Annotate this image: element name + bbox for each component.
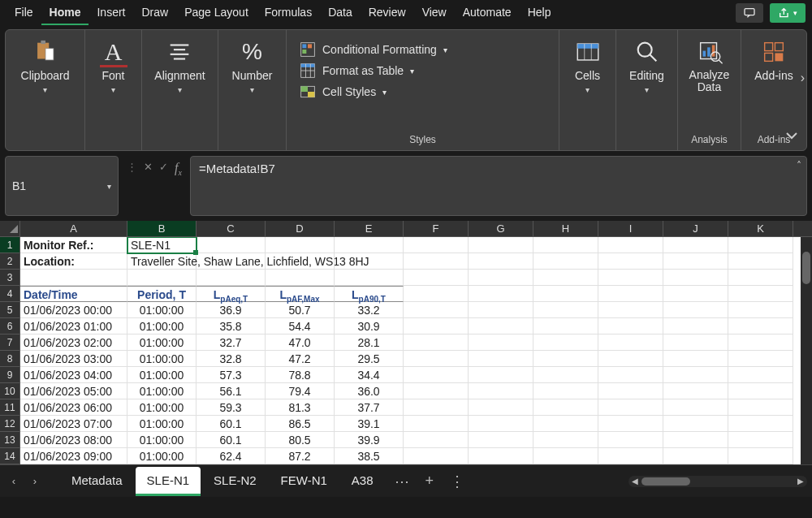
cell[interactable]	[533, 416, 598, 432]
column-header-G[interactable]: G	[469, 221, 533, 236]
cell[interactable]	[728, 432, 793, 448]
cell[interactable]	[728, 383, 793, 399]
cell[interactable]	[598, 448, 663, 464]
row-header[interactable]: 10	[0, 383, 20, 399]
cell-styles-button[interactable]: Cell Styles ▾	[300, 84, 387, 100]
column-header-I[interactable]: I	[598, 221, 663, 236]
cell[interactable]: 01:00:00	[127, 448, 197, 464]
column-header-H[interactable]: H	[533, 221, 598, 236]
cell[interactable]	[533, 383, 598, 399]
cell[interactable]: 80.5	[266, 432, 335, 448]
cell[interactable]: 30.9	[335, 318, 404, 335]
formula-input[interactable]: =Metadata!B7 ˄	[190, 156, 807, 216]
column-header-cell[interactable]: Period, T	[127, 286, 197, 302]
cell[interactable]: 28.1	[335, 335, 404, 351]
cell[interactable]	[598, 253, 663, 270]
cell[interactable]: 78.8	[266, 367, 335, 383]
editing-button[interactable]: Editing ▾	[623, 35, 671, 97]
cancel-formula-button[interactable]: ✕	[144, 161, 153, 173]
cell[interactable]: 01/06/2023 09:00	[20, 448, 127, 464]
font-button[interactable]: A Font ▾	[93, 35, 134, 97]
sheet-more-button[interactable]: ⋯	[388, 473, 416, 490]
cell[interactable]	[404, 335, 469, 351]
ribbon-tab-view[interactable]: View	[414, 1, 455, 25]
cell[interactable]	[728, 302, 793, 318]
cell[interactable]	[728, 270, 793, 286]
cell[interactable]: 34.4	[335, 367, 404, 383]
sheet-nav-prev[interactable]: ‹	[5, 473, 23, 490]
cell[interactable]: 01:00:00	[127, 432, 197, 448]
cell[interactable]	[335, 253, 404, 270]
scrollbar-thumb[interactable]	[802, 252, 810, 284]
cell[interactable]: 01/06/2023 02:00	[20, 335, 127, 351]
cell[interactable]	[663, 270, 728, 286]
cell[interactable]	[728, 335, 793, 351]
cell[interactable]	[469, 383, 533, 399]
cell[interactable]	[197, 237, 266, 253]
row-header[interactable]: 14	[0, 448, 20, 464]
cell[interactable]: 01/06/2023 00:00	[20, 302, 127, 318]
cell[interactable]	[469, 302, 533, 318]
cell[interactable]: 01/06/2023 04:00	[20, 367, 127, 383]
cell[interactable]: 86.5	[266, 416, 335, 432]
horizontal-scrollbar[interactable]: ◀ ▶	[628, 476, 807, 487]
cell[interactable]: Location:	[20, 253, 127, 270]
accept-formula-button[interactable]: ✓	[159, 161, 168, 173]
row-header[interactable]: 2	[0, 253, 20, 270]
cell[interactable]	[404, 237, 469, 253]
cell[interactable]	[728, 351, 793, 367]
comments-button[interactable]	[736, 3, 763, 23]
cell[interactable]: 57.3	[197, 367, 266, 383]
clipboard-button[interactable]: Clipboard ▾	[15, 35, 76, 97]
row-header[interactable]: 1	[0, 237, 20, 253]
cell[interactable]	[404, 367, 469, 383]
ribbon-tab-automate[interactable]: Automate	[455, 1, 520, 25]
column-header-D[interactable]: D	[266, 221, 335, 236]
column-header-cell[interactable]: LpAeq,T	[197, 286, 266, 302]
ribbon-overflow-icon[interactable]: ›	[801, 71, 805, 85]
conditional-formatting-button[interactable]: Conditional Formatting ▾	[300, 41, 447, 58]
cell[interactable]	[598, 335, 663, 351]
cell[interactable]	[663, 383, 728, 399]
cell[interactable]: 32.7	[197, 335, 266, 351]
cell[interactable]	[533, 286, 598, 302]
cell[interactable]	[404, 448, 469, 464]
cell[interactable]: 33.2	[335, 302, 404, 318]
cell[interactable]	[335, 237, 404, 253]
cell[interactable]: 01:00:00	[127, 416, 197, 432]
cell[interactable]: 01/06/2023 06:00	[20, 399, 127, 416]
cell[interactable]	[598, 286, 663, 302]
cell[interactable]: 01/06/2023 05:00	[20, 383, 127, 399]
cell[interactable]: 50.7	[266, 302, 335, 318]
cell[interactable]	[728, 253, 793, 270]
grid-body[interactable]: 1 Monitor Ref.: SLE-N1 2 Location: Trave…	[0, 237, 812, 464]
cell[interactable]	[197, 253, 266, 270]
cell[interactable]: 01/06/2023 07:00	[20, 416, 127, 432]
column-header-C[interactable]: C	[197, 221, 266, 236]
cell[interactable]	[598, 237, 663, 253]
cell[interactable]	[533, 335, 598, 351]
cell[interactable]: 01:00:00	[127, 399, 197, 416]
cell[interactable]: 47.0	[266, 335, 335, 351]
ribbon-tab-home[interactable]: Home	[41, 1, 89, 25]
cell[interactable]: 56.1	[197, 383, 266, 399]
cell[interactable]	[663, 351, 728, 367]
share-button[interactable]: ▾	[770, 3, 806, 23]
name-box[interactable]: B1 ▾	[5, 156, 119, 216]
cell[interactable]	[533, 237, 598, 253]
cell[interactable]	[598, 302, 663, 318]
cell[interactable]	[533, 270, 598, 286]
cell[interactable]	[533, 318, 598, 335]
row-header[interactable]: 4	[0, 286, 20, 302]
cell[interactable]	[663, 367, 728, 383]
cell[interactable]: 01:00:00	[127, 383, 197, 399]
cell[interactable]	[127, 270, 197, 286]
analyze-data-button[interactable]: Analyze Data	[683, 35, 736, 97]
cell[interactable]	[533, 367, 598, 383]
cell[interactable]	[598, 367, 663, 383]
row-header[interactable]: 8	[0, 351, 20, 367]
cell[interactable]	[197, 270, 266, 286]
cell[interactable]	[663, 399, 728, 416]
cell[interactable]	[404, 286, 469, 302]
column-header-K[interactable]: K	[728, 221, 793, 236]
